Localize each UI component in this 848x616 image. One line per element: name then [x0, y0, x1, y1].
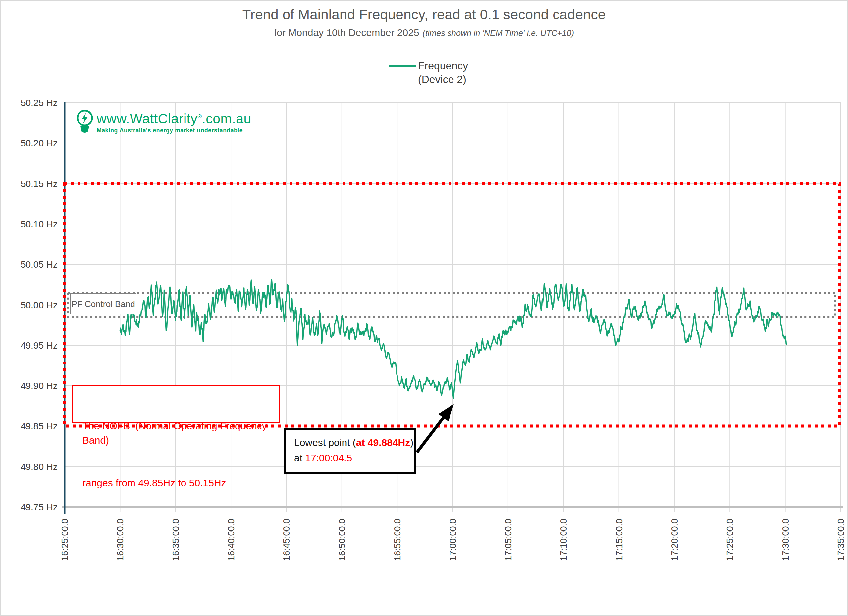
y-axis-tick-label: 49.85 Hz [21, 421, 58, 432]
lowest-point-arrow-shaft [417, 416, 445, 452]
y-axis-tick-label: 50.05 Hz [21, 260, 58, 270]
x-axis-tick-label: 16:25:00.0 [60, 519, 70, 561]
x-axis-tick-label: 17:25:00.0 [725, 519, 735, 561]
lowest-point-annotation-box: Lowest point (at 49.884Hz) at 17:00:04.5 [283, 428, 417, 474]
lowest-point-prefix: Lowest point ( [294, 437, 356, 448]
lowest-point-time: 17:00:04.5 [305, 452, 352, 463]
logo-url-suffix: .com.au [202, 111, 251, 126]
y-axis-tick-label: 49.75 Hz [21, 502, 58, 512]
x-axis-tick-label: 17:15:00.0 [614, 519, 624, 561]
y-axis-tick-label: 50.25 Hz [21, 98, 58, 108]
lowest-point-line2: at 17:00:04.5 [294, 450, 414, 466]
x-axis-tick-label: 16:35:00.0 [171, 519, 181, 561]
logo-registered-mark: ® [197, 113, 202, 120]
x-axis-tick-label: 16:30:00.0 [115, 519, 125, 561]
y-axis-tick-label: 50.10 Hz [21, 219, 58, 229]
x-axis-tick-label: 16:50:00.0 [337, 519, 347, 561]
x-axis-tick-label: 17:35:00.0 [836, 519, 846, 561]
x-axis-tick-label: 16:45:00.0 [282, 519, 292, 561]
nofb-note-box: The NOFB (Normal Operating Frequency Ban… [72, 385, 280, 423]
lightbulb-lightning-icon [76, 109, 93, 138]
frequency-series-line [120, 280, 786, 399]
y-axis-tick-label: 49.80 Hz [21, 462, 58, 472]
x-axis-tick-label: 17:30:00.0 [781, 519, 791, 561]
nofb-note-line1: The NOFB (Normal Operating Frequency Ban… [83, 419, 279, 447]
lowest-point-value: at 49.884Hz [356, 437, 410, 448]
logo-url: www.WattClarity®.com.au [97, 109, 251, 126]
y-axis-tick-label: 50.20 Hz [21, 138, 58, 148]
lowest-point-at: at [294, 452, 305, 463]
x-axis-tick-label: 17:20:00.0 [670, 519, 680, 561]
x-axis-tick-label: 16:40:00.0 [226, 519, 236, 561]
y-axis-tick-label: 50.15 Hz [21, 179, 58, 189]
pf-control-band-label: PF Control Band [71, 299, 135, 309]
lowest-point-close-paren: ) [410, 437, 414, 448]
lowest-point-line1: Lowest point (at 49.884Hz) [294, 435, 414, 450]
pf-control-band-label-box: PF Control Band [70, 293, 136, 315]
x-axis-tick-label: 17:05:00.0 [504, 519, 513, 561]
x-axis-tick-label: 17:10:00.0 [559, 519, 569, 561]
nofb-note-line2: ranges from 49.85Hz to 50.15Hz [83, 476, 279, 490]
wattclarity-logo: www.WattClarity®.com.au Making Australia… [76, 109, 251, 138]
logo-url-prefix: www.WattClarity [97, 111, 197, 126]
x-axis-tick-label: 17:00:00.0 [448, 519, 458, 561]
logo-tagline: Making Australia's energy market underst… [97, 127, 251, 134]
y-axis-tick-label: 50.00 Hz [21, 300, 58, 310]
x-axis-tick-label: 16:55:00.0 [393, 519, 402, 561]
chart-canvas: Trend of Mainland Frequency, read at 0.1… [0, 0, 848, 616]
logo-text-block: www.WattClarity®.com.au Making Australia… [97, 109, 251, 134]
y-axis-tick-label: 49.90 Hz [21, 381, 58, 391]
y-axis-tick-label: 49.95 Hz [21, 340, 58, 350]
